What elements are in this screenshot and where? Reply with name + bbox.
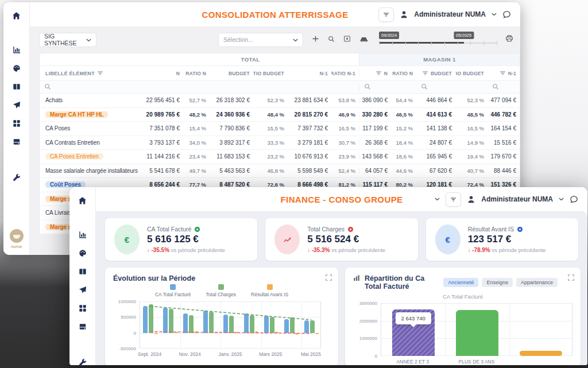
tab-ancienneté[interactable]: Ancienneté bbox=[443, 278, 478, 287]
axis-tick-label: 1000000 bbox=[359, 336, 377, 341]
legend-item: Total Charges bbox=[206, 284, 236, 297]
fullscreen-icon[interactable] bbox=[326, 273, 332, 283]
legend-label: Résultat Avant IS bbox=[251, 292, 288, 297]
evolution-legend: CA Total FacturéTotal ChargesRésultat Av… bbox=[113, 284, 330, 297]
cell: 23,9 % bbox=[331, 153, 359, 160]
column-header[interactable]: RATIO N bbox=[183, 71, 210, 76]
table-row[interactable]: CA Poses Entretien11 144 216 €23,4 %11 6… bbox=[40, 150, 520, 164]
column-header[interactable]: N bbox=[142, 71, 183, 76]
window-header: CONSOLIDATION ATTERRISSAGE Administrateu… bbox=[30, 2, 520, 26]
axis-tick-label: Mars 2025 bbox=[259, 351, 282, 357]
cell: 49,7 % bbox=[183, 168, 210, 174]
column-header[interactable]: BUDGET bbox=[416, 69, 455, 77]
cell: 143 568 € bbox=[359, 153, 391, 160]
sidebar-item-home[interactable] bbox=[74, 193, 91, 207]
row-label: CA Poses bbox=[40, 125, 142, 131]
kpi-label: Résultat Avant IS bbox=[468, 226, 546, 233]
sidebar-item-wrench[interactable] bbox=[74, 355, 91, 368]
euro-icon: € bbox=[114, 224, 140, 254]
kpi-label: CA Total Facturé bbox=[147, 226, 225, 233]
table-row[interactable]: CA Contrats Entretien3 793 137 €34,0 %3 … bbox=[40, 136, 520, 150]
sidebar-item-layout-columns[interactable] bbox=[74, 265, 91, 278]
cell: 11 683 153 € bbox=[210, 153, 253, 160]
column-search-input[interactable] bbox=[359, 83, 391, 91]
row-label-pill: CA Poses Entretien bbox=[45, 153, 103, 160]
view-select[interactable]: SIG SYNTHÈSE bbox=[39, 33, 96, 47]
euro-icon: € bbox=[435, 224, 461, 254]
cell: 24 807 € bbox=[416, 140, 455, 146]
table-row[interactable]: Masse salariale chargée installateurs5 5… bbox=[40, 164, 520, 179]
sidebar-item-journal[interactable] bbox=[74, 320, 91, 334]
user-menu-caret-icon[interactable] bbox=[492, 13, 497, 16]
period-range-slider[interactable]: 09/2024 05/2025 bbox=[379, 31, 497, 48]
range-start-badge[interactable]: 09/2024 bbox=[379, 32, 399, 39]
sidebar-item-send[interactable] bbox=[8, 98, 25, 112]
car-icon[interactable] bbox=[359, 34, 369, 45]
column-header[interactable]: N-1 bbox=[288, 71, 331, 76]
row-label: CA Contrats Entretien bbox=[40, 140, 142, 146]
sidebar-item-journal[interactable] bbox=[8, 135, 25, 149]
table-row[interactable]: CA Poses7 351 078 €15,4 %7 790 836 €15,5… bbox=[40, 122, 520, 136]
tab-enseigne[interactable]: Enseigne bbox=[482, 278, 513, 287]
column-search-input[interactable] bbox=[416, 83, 455, 91]
sidebar-item-bar-chart[interactable] bbox=[8, 43, 25, 57]
cell: 15,4 % bbox=[183, 125, 210, 131]
sidebar-item-layout-columns[interactable] bbox=[8, 80, 25, 94]
table-row[interactable]: Achats22 956 451 €52,7 %26 318 302 €52,3… bbox=[40, 94, 520, 108]
down-arrow-icon: ↓ bbox=[307, 247, 311, 253]
cell: 30,7 % bbox=[331, 140, 359, 146]
chat-button[interactable] bbox=[570, 195, 578, 204]
cell: 26 318 302 € bbox=[210, 97, 253, 103]
column-header[interactable]: RATIO N-1 bbox=[331, 71, 359, 76]
search-button[interactable] bbox=[328, 34, 335, 45]
user-menu-caret-icon[interactable] bbox=[559, 197, 564, 201]
column-header[interactable]: RATIO BUDGET bbox=[253, 71, 288, 76]
axis-tick-label: Mai 2025 bbox=[301, 351, 321, 357]
column-header[interactable]: RATIO BUDGET bbox=[455, 71, 488, 76]
sidebar-item-home[interactable] bbox=[8, 9, 25, 22]
column-header[interactable]: BUDGET bbox=[210, 71, 253, 76]
sidebar-item-wrench[interactable] bbox=[8, 171, 25, 184]
header-caret-icon[interactable] bbox=[435, 197, 440, 201]
cell: 164 154 € bbox=[488, 125, 520, 131]
kpi-row: €CA Total Facturé5 616 125 €↓ -35.5% vs … bbox=[105, 218, 578, 261]
tab-appartenance[interactable]: Appartenance bbox=[516, 278, 558, 287]
cell: 46,5 % bbox=[391, 111, 416, 118]
column-search-input[interactable] bbox=[488, 83, 520, 91]
column-header[interactable]: N bbox=[359, 69, 391, 77]
range-end-badge[interactable]: 05/2025 bbox=[454, 32, 474, 39]
column-header[interactable]: N-1 bbox=[488, 69, 520, 77]
column-header[interactable]: RATIO N bbox=[391, 71, 416, 76]
window-finance: FINANCE - CONSO GROUPE Administrateur NU… bbox=[69, 187, 587, 365]
search-icon bbox=[44, 83, 51, 90]
chevron-down-icon bbox=[293, 36, 298, 43]
column-search-input[interactable] bbox=[40, 83, 142, 91]
export-button[interactable] bbox=[343, 34, 351, 45]
sidebar-item-grid[interactable] bbox=[74, 301, 91, 315]
table-row[interactable]: Marge CA HT HP HL20 989 765 €48,2 %24 36… bbox=[40, 108, 520, 122]
filter-button[interactable] bbox=[446, 192, 461, 207]
numa-logo-icon bbox=[10, 229, 24, 243]
cell: 54,4 % bbox=[391, 97, 416, 103]
sidebar-item-palette[interactable] bbox=[8, 61, 25, 75]
cell: 477 094 € bbox=[488, 97, 520, 103]
trend-lines bbox=[140, 301, 322, 348]
fullscreen-icon[interactable] bbox=[568, 273, 574, 283]
row-label: Achats bbox=[40, 97, 142, 103]
sidebar-item-grid[interactable] bbox=[8, 117, 25, 130]
axis-tick-label: 2000000 bbox=[359, 318, 377, 323]
legend-label: CA Total Facturé bbox=[155, 292, 191, 297]
sidebar-item-bar-chart[interactable] bbox=[74, 228, 91, 242]
chat-button[interactable] bbox=[502, 10, 511, 19]
cell: 23,2 % bbox=[253, 153, 288, 160]
column-header-libelle[interactable]: LIBELLÉ ÉLÉMENT bbox=[40, 69, 142, 77]
cell: 52,3 % bbox=[253, 97, 288, 103]
print-button[interactable] bbox=[505, 34, 513, 45]
add-button[interactable] bbox=[312, 34, 319, 45]
cell: 46,9 % bbox=[331, 111, 359, 118]
selection-select[interactable]: Sélection... bbox=[218, 33, 303, 47]
sidebar-item-palette[interactable] bbox=[74, 246, 91, 260]
filter-button[interactable] bbox=[378, 7, 394, 22]
stopwatch-badge-icon bbox=[195, 227, 200, 232]
sidebar-item-send[interactable] bbox=[74, 283, 91, 297]
